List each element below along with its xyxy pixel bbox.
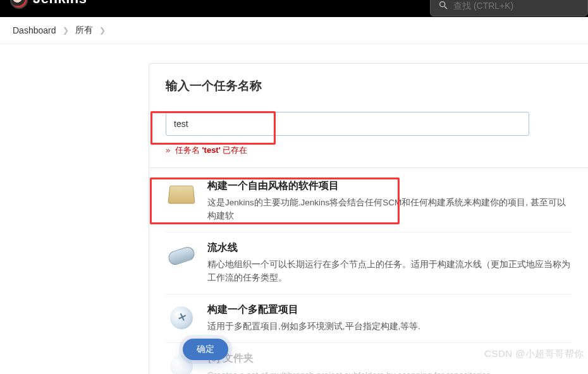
type-title: 构建一个自由风格的软件项目 [207, 179, 572, 193]
page-title: 输入一个任务名称 [166, 78, 572, 94]
type-title: {0} 文件夹 [207, 352, 572, 365]
brand-name: Jenkins [33, 0, 87, 7]
type-desc: 精心地组织一个可以长期运行在多个节点上的任务。适用于构建流水线（更加正式地应当称… [207, 258, 572, 285]
name-exists-error: » 任务名 'test' 已存在 [166, 145, 572, 156]
search-input[interactable] [453, 1, 580, 11]
type-desc: 这是Jenkins的主要功能.Jenkins将会结合任何SCM和任何构建系统来构… [207, 196, 572, 223]
type-desc: 适用于多配置项目,例如多环境测试,平台指定构建,等等. [207, 320, 572, 334]
breadcrumb-dashboard[interactable]: Dashboard [13, 25, 56, 35]
pipeline-icon [167, 241, 196, 270]
jenkins-logo-icon [10, 0, 28, 9]
new-item-panel: 输入一个任务名称 » 任务名 'test' 已存在 构建一个自由风格的软件项目 … [149, 63, 588, 374]
type-multi-config[interactable]: 构建一个多配置项目 适用于多配置项目,例如多环境测试,平台指定构建,等等. [166, 294, 572, 343]
ok-button[interactable]: 确定 [183, 339, 228, 360]
multi-config-icon [167, 303, 196, 332]
chevron-right-icon: ❯ [63, 26, 69, 35]
type-freestyle[interactable]: 构建一个自由风格的软件项目 这是Jenkins的主要功能.Jenkins将会结合… [166, 171, 572, 232]
type-pipeline[interactable]: 流水线 精心地组织一个可以长期运行在多个节点上的任务。适用于构建流水线（更加正式… [166, 232, 572, 294]
logo[interactable]: Jenkins [10, 0, 87, 11]
type-title: 构建一个多配置项目 [207, 303, 572, 317]
breadcrumb: Dashboard ❯ 所有 ❯ [0, 17, 588, 44]
search-icon [438, 0, 448, 12]
divider [149, 167, 588, 168]
top-bar: Jenkins [0, 0, 588, 17]
chevron-right-icon: ❯ [99, 26, 106, 35]
svg-point-0 [440, 1, 445, 6]
item-name-input[interactable] [166, 112, 529, 136]
svg-line-1 [444, 6, 447, 9]
box-icon [167, 179, 196, 208]
search-box[interactable] [430, 0, 588, 16]
type-desc: Creates a set of multibranch project sub… [207, 369, 572, 374]
type-title: 流水线 [207, 241, 572, 255]
breadcrumb-all[interactable]: 所有 [75, 25, 93, 36]
